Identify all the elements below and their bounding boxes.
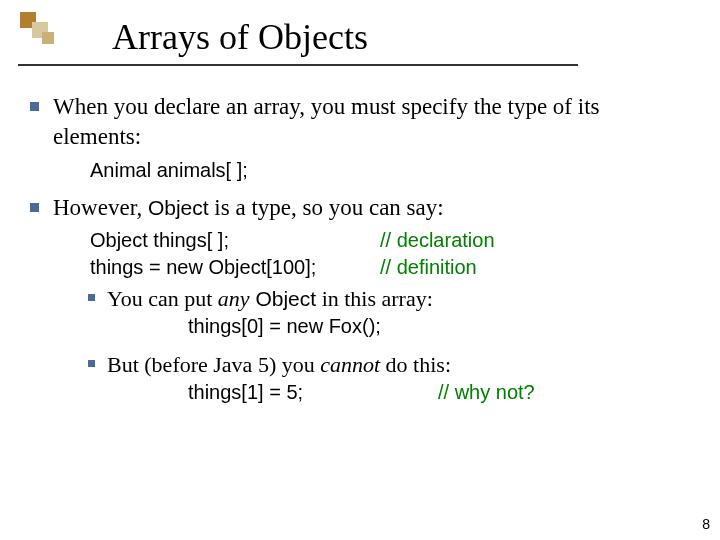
sub-bullet-1: You can put any Object in this array: bbox=[88, 284, 692, 313]
accent-squares-icon bbox=[20, 12, 56, 48]
sub-bullet-2-text: But (before Java 5) you cannot do this: bbox=[107, 350, 692, 379]
bullet-2-mono: Object bbox=[148, 196, 209, 219]
sub2-code-comment: // why not? bbox=[438, 379, 535, 405]
bullet-icon bbox=[30, 203, 39, 212]
page-number: 8 bbox=[702, 516, 710, 532]
sub2-code-left: things[1] = 5; bbox=[188, 379, 438, 405]
slide: Arrays of Objects When you declare an ar… bbox=[0, 0, 720, 540]
sub1-post: in this array: bbox=[316, 286, 433, 311]
slide-title: Arrays of Objects bbox=[112, 16, 368, 58]
code-line-2-left: things = new Object[100]; bbox=[90, 254, 380, 280]
bullet-1-text: When you declare an array, you must spec… bbox=[53, 92, 692, 153]
code-line-1: Object things[ ]; // declaration bbox=[90, 227, 692, 253]
sub-bullet-1-text: You can put any Object in this array: bbox=[107, 284, 692, 313]
sub2-pre: But (before Java 5) you bbox=[107, 352, 320, 377]
code-line-1-left: Object things[ ]; bbox=[90, 227, 380, 253]
title-rule bbox=[18, 64, 578, 66]
code-line-1-comment: // declaration bbox=[380, 227, 495, 253]
bullet-1-code: Animal animals[ ]; bbox=[90, 157, 692, 183]
bullet-2-text: However, Object is a type, so you can sa… bbox=[53, 193, 692, 223]
code-line-2: things = new Object[100]; // definition bbox=[90, 254, 692, 280]
bullet-icon bbox=[88, 294, 95, 301]
sub2-post: do this: bbox=[380, 352, 451, 377]
bullet-1: When you declare an array, you must spec… bbox=[30, 92, 692, 153]
sub1-mono: Object bbox=[250, 287, 317, 310]
bullet-2: However, Object is a type, so you can sa… bbox=[30, 193, 692, 223]
bullet-2-code: Object things[ ]; // declaration things … bbox=[90, 227, 692, 280]
sub1-em: any bbox=[218, 286, 250, 311]
sub1-code: things[0] = new Fox(); bbox=[188, 313, 692, 339]
code-line-2-comment: // definition bbox=[380, 254, 477, 280]
sub2-em: cannot bbox=[320, 352, 380, 377]
sub-bullet-2: But (before Java 5) you cannot do this: bbox=[88, 350, 692, 379]
sub2-code: things[1] = 5; // why not? bbox=[188, 379, 692, 405]
sub1-pre: You can put bbox=[107, 286, 218, 311]
bullet-icon bbox=[30, 102, 39, 111]
bullet-2-pre: However, bbox=[53, 195, 148, 220]
bullet-icon bbox=[88, 360, 95, 367]
slide-content: When you declare an array, you must spec… bbox=[30, 92, 692, 405]
sub-bullets: You can put any Object in this array: th… bbox=[88, 284, 692, 405]
bullet-2-post: is a type, so you can say: bbox=[209, 195, 444, 220]
